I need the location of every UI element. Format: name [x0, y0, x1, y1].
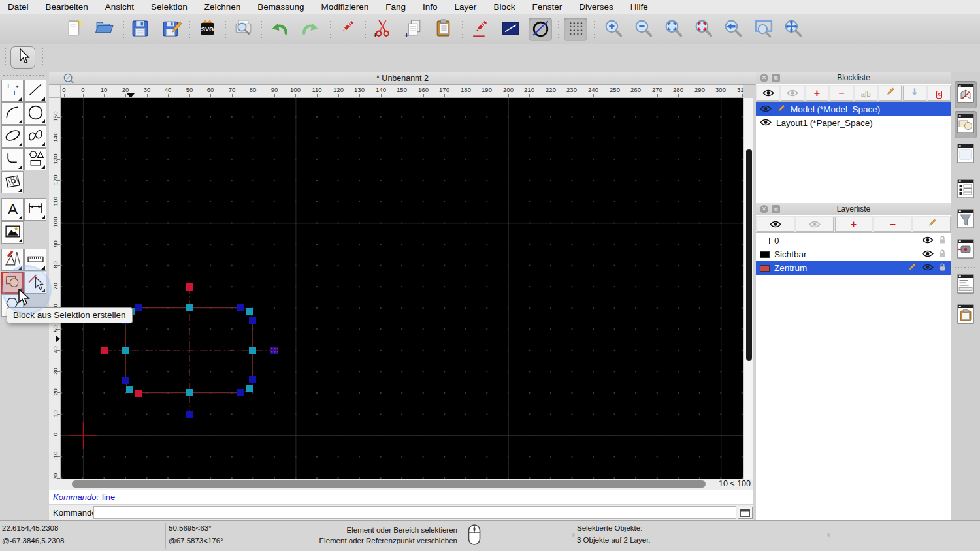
spline-tool-button[interactable]: [24, 125, 46, 148]
plugin-widget-button[interactable]: [955, 236, 977, 264]
pencil-icon[interactable]: [907, 262, 917, 274]
filter-widget-button[interactable]: [955, 206, 977, 234]
menu-bemassung[interactable]: Bemassung: [257, 2, 304, 12]
dimension-tool-button[interactable]: [24, 198, 46, 221]
layerliste-row-sichtbar[interactable]: Sichtbar: [756, 247, 951, 261]
menu-datei[interactable]: Datei: [8, 2, 29, 12]
selection-handle-cyan[interactable]: [186, 304, 193, 311]
zoom-pan-button[interactable]: [781, 18, 805, 41]
zoom-out-button[interactable]: [632, 18, 655, 41]
library-widget-button[interactable]: [955, 141, 977, 168]
open-file-button[interactable]: [92, 18, 116, 41]
polygon-tool-button[interactable]: [24, 148, 46, 170]
delete-block-button[interactable]: ✕: [928, 86, 951, 101]
hide-all-blocks-button[interactable]: [781, 86, 804, 101]
menu-ansicht[interactable]: Ansicht: [105, 2, 134, 12]
hide-all-layers-button[interactable]: [796, 217, 834, 232]
block-shapes-widget-button[interactable]: [955, 111, 977, 138]
edit-pencil-button[interactable]: [468, 18, 492, 41]
line-draw-tool-button[interactable]: [24, 80, 46, 102]
redo-button[interactable]: [298, 18, 321, 41]
show-all-blocks-button[interactable]: [757, 86, 779, 101]
remove-layer-button[interactable]: −: [874, 217, 911, 232]
menu-layer[interactable]: Layer: [455, 2, 477, 12]
block-edit-widget-button[interactable]: [955, 81, 977, 108]
command-window-toggle-button[interactable]: [738, 507, 753, 519]
selection-handle-blue[interactable]: [135, 304, 142, 311]
command-input[interactable]: [93, 506, 736, 519]
image-tool-button[interactable]: [1, 221, 24, 244]
selection-handle-red[interactable]: [135, 390, 142, 397]
hatch-tool-button[interactable]: [1, 171, 24, 193]
pencil-icon[interactable]: [776, 104, 786, 116]
zoom-auto-button[interactable]: [662, 18, 685, 41]
menu-bearbeiten[interactable]: Bearbeiten: [46, 2, 88, 12]
menu-fenster[interactable]: Fenster: [532, 2, 562, 12]
vertical-scrollbar[interactable]: [743, 98, 753, 479]
menu-diverses[interactable]: Diverses: [579, 2, 613, 12]
copy-button[interactable]: +: [402, 18, 425, 41]
selection-handle-cyan[interactable]: [126, 386, 133, 393]
lock-icon[interactable]: [939, 249, 946, 260]
selection-handle-overlap[interactable]: [270, 347, 278, 354]
menu-selektion[interactable]: Selektion: [151, 2, 188, 12]
circle-tool-button[interactable]: [529, 18, 552, 41]
blockliste-row-model-model-space-[interactable]: Model (*Model_Space): [756, 102, 951, 116]
selection-handle-blue[interactable]: [237, 389, 244, 396]
show-all-layers-button[interactable]: [757, 217, 794, 232]
save-as-button[interactable]: [159, 18, 183, 41]
selection-handle-blue[interactable]: [249, 376, 256, 383]
selection-handle-red[interactable]: [186, 283, 193, 291]
selection-handle-cyan[interactable]: [186, 389, 193, 396]
polyline-tool-button[interactable]: [1, 148, 24, 170]
document-titlebar[interactable]: * Unbenannt 2: [49, 72, 756, 85]
cut-button[interactable]: +: [370, 18, 394, 41]
points-tool-button[interactable]: +++: [1, 80, 24, 102]
zoom-window-button[interactable]: [751, 18, 775, 41]
arc-tool-button[interactable]: [1, 102, 24, 125]
menu-modifizieren[interactable]: Modifizieren: [321, 2, 369, 12]
print-preview-button[interactable]: [231, 18, 255, 41]
line-tool-button[interactable]: [498, 18, 522, 41]
selection-handle-red[interactable]: [101, 347, 108, 354]
remove-block-button[interactable]: −: [830, 86, 853, 101]
zoom-selection-button[interactable]: [692, 18, 715, 41]
selection-handle-cyan[interactable]: [246, 385, 253, 392]
selection-handle-blue[interactable]: [249, 317, 256, 324]
layerliste-row-0[interactable]: 0: [756, 234, 951, 247]
export-svg-button[interactable]: SVG: [195, 18, 219, 41]
new-document-button[interactable]: [62, 18, 86, 41]
circle-draw-tool-button[interactable]: [24, 102, 46, 125]
blockliste-row-layout1-paper-space-[interactable]: Layout1 (*Paper_Space): [756, 116, 951, 130]
zoom-previous-button[interactable]: [721, 18, 745, 41]
command-widget-button[interactable]: [955, 272, 977, 299]
menu-hilfe[interactable]: Hilfe: [630, 2, 648, 12]
horizontal-scrollbar-thumb[interactable]: [72, 480, 706, 488]
grid-toggle-button[interactable]: [564, 18, 587, 41]
save-button[interactable]: [128, 18, 152, 41]
selection-handle-blue[interactable]: [122, 377, 129, 384]
edit-layer-button[interactable]: [913, 217, 951, 232]
vertical-scrollbar-thumb[interactable]: [746, 149, 752, 361]
eye-icon[interactable]: [922, 236, 934, 245]
eye-icon[interactable]: [760, 104, 772, 114]
eye-icon[interactable]: [922, 263, 934, 273]
paste-button[interactable]: [432, 18, 455, 41]
zoom-in-button[interactable]: [602, 18, 625, 41]
undo-button[interactable]: [268, 18, 291, 41]
selection-handle-cyan[interactable]: [122, 347, 129, 354]
toolbar-drag-handle[interactable]: [5, 47, 7, 67]
select-tool-button[interactable]: [10, 46, 35, 69]
add-layer-button[interactable]: +: [835, 217, 873, 232]
menu-info[interactable]: Info: [423, 2, 438, 12]
drawing-canvas[interactable]: [61, 98, 743, 479]
text-tool-button[interactable]: A: [1, 198, 24, 221]
layer-list-widget-button[interactable]: [955, 176, 977, 204]
toolbar-drag-handle[interactable]: [42, 47, 44, 67]
selection-handle-cyan[interactable]: [249, 347, 256, 354]
menu-fang[interactable]: Fang: [385, 2, 406, 12]
insert-block-button[interactable]: [903, 86, 926, 101]
dock-strip-drag-handle[interactable]: [956, 75, 975, 77]
ellipse-tool-button[interactable]: [1, 125, 24, 148]
edit-block-button[interactable]: [879, 86, 902, 101]
